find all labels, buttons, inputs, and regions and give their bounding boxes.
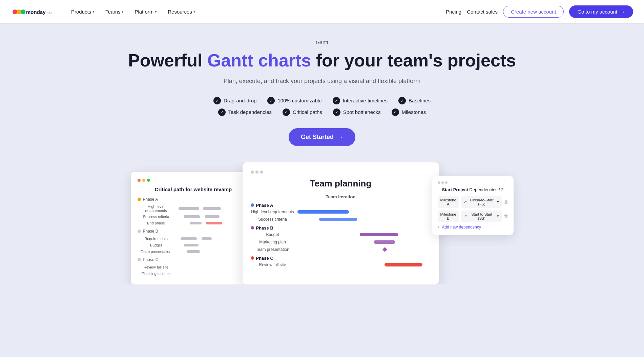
gantt-bar: [187, 250, 200, 253]
teams-chevron-icon: ▾: [122, 9, 124, 14]
nav-pricing[interactable]: Pricing: [446, 9, 461, 15]
phase-a-label: Phase A: [138, 197, 249, 202]
gantt-bar: [179, 207, 200, 210]
gantt-row: High-level requirements: [138, 204, 249, 213]
timeline-bar: [360, 233, 398, 236]
hero-subtitle: Plan, execute, and track your projects u…: [7, 78, 637, 85]
dep-milestone-a[interactable]: Milestone A: [438, 196, 459, 208]
feature-timelines-label: Interactive timelines: [343, 98, 388, 103]
deps-title-bold: Start Project: [442, 187, 468, 192]
dot-2: [255, 171, 258, 174]
nav-teams-label: Teams: [105, 9, 120, 15]
gantt-bar: [205, 215, 220, 218]
gantt-row: Team presentation: [138, 249, 249, 254]
card-top-dots: [438, 181, 508, 184]
dot-green: [147, 179, 150, 182]
nav-platform[interactable]: Platform ▾: [129, 0, 162, 23]
team-planning-card: Team planning Team iteration Phase A Hig…: [243, 162, 439, 284]
critical-path-card: Critical path for website revamp Phase A…: [131, 172, 256, 284]
feature-dependencies: ✓ Task dependencies: [218, 108, 272, 116]
dot-red: [138, 179, 141, 182]
diamond-milestone: [382, 247, 387, 252]
go-to-account-label: Go to my account: [577, 9, 617, 15]
hero-title-suffix: for your team's projects: [311, 51, 516, 70]
get-started-button[interactable]: Get Started →: [289, 128, 355, 146]
hero-section: Gantt Powerful Gantt charts for your tea…: [0, 23, 644, 284]
deps-title-rest: Dependencies / 2: [468, 187, 504, 192]
features-grid: ✓ Drag-and-drop ✓ 100% customizable ✓ In…: [187, 97, 458, 116]
phase-b-dot: [138, 230, 141, 233]
dot-1: [251, 171, 254, 174]
timeline-bar: [297, 210, 349, 214]
dep-type-a[interactable]: ↗ Finish-to-Start (FS) ▾: [461, 196, 502, 208]
timeline-row: Team presentation: [251, 247, 431, 252]
gantt-bar: [181, 237, 197, 240]
create-account-button[interactable]: Create new account: [503, 6, 564, 18]
feature-customizable-label: 100% customizable: [277, 98, 321, 103]
critical-path-title: Critical path for website revamp: [138, 186, 249, 192]
dep-delete-a[interactable]: 🗑: [504, 199, 508, 204]
feature-drag-drop-label: Drag-and-drop: [224, 98, 257, 103]
dot-yellow: [142, 179, 145, 182]
nav-resources-label: Resources: [168, 9, 192, 15]
check-icon-customizable: ✓: [267, 97, 275, 104]
timeline-row: Review full site: [251, 262, 431, 267]
timeline-bar: [374, 240, 395, 244]
check-icon-baselines: ✓: [398, 97, 406, 104]
dot-3: [260, 171, 263, 174]
dep-row-2: Milestone B ↗ Start to Start (SS) ▾ 🗑: [438, 211, 508, 222]
go-to-account-button[interactable]: Go to my account →: [569, 5, 633, 18]
top-dot-2: [441, 181, 444, 184]
products-chevron-icon: ▾: [92, 9, 95, 14]
card-dots-team: [251, 171, 431, 174]
logo[interactable]: monday .com: [11, 6, 55, 17]
nav-contact-sales[interactable]: Contact sales: [467, 9, 498, 15]
svg-text:monday: monday: [26, 9, 46, 15]
phase-a-dot: [138, 198, 141, 201]
dep-milestone-b[interactable]: Milestone B: [438, 211, 459, 222]
phase-c-dot: [138, 258, 141, 261]
add-dep-label: Add new dependency: [442, 225, 481, 230]
hero-label: Gantt: [7, 39, 637, 45]
nav-teams[interactable]: Teams ▾: [100, 0, 129, 23]
phase-c-label: Phase C: [138, 257, 249, 262]
top-dot-1: [438, 181, 440, 184]
check-icon-drag-drop: ✓: [213, 97, 221, 104]
timeline-bar: [385, 263, 423, 266]
feature-customizable: ✓ 100% customizable: [267, 97, 321, 104]
nav-products[interactable]: Products ▾: [66, 0, 100, 23]
get-started-label: Get Started: [301, 134, 334, 141]
timeline-row: Success criteria: [251, 217, 431, 222]
nav-right: Pricing Contact sales Create new account…: [446, 5, 633, 18]
gantt-row: Finishing touches: [138, 271, 249, 276]
add-dep-plus-icon: +: [438, 225, 440, 230]
nav-resources[interactable]: Resources ▾: [162, 0, 201, 23]
check-icon-bottlenecks: ✓: [333, 108, 340, 116]
dep-type-b[interactable]: ↗ Start to Start (SS) ▾: [461, 211, 502, 222]
gantt-row: Budget: [138, 243, 249, 247]
go-to-account-arrow-icon: →: [620, 9, 625, 15]
check-icon-dependencies: ✓: [218, 108, 226, 116]
team-phase-a-dot: [251, 203, 254, 207]
dep-type-label-a: Finish-to-Start (FS): [468, 198, 496, 206]
vertical-line: [353, 206, 353, 217]
hero-title-highlight: Gantt charts: [207, 51, 311, 70]
gantt-bar: [190, 222, 202, 224]
phase-b-label: Phase B: [138, 229, 249, 234]
svg-point-0: [13, 9, 17, 14]
hero-title-prefix: Powerful: [128, 51, 207, 70]
dep-row-1: Milestone A ↗ Finish-to-Start (FS) ▾ 🗑: [438, 196, 508, 208]
nav-links: Products ▾ Teams ▾ Platform ▾ Resources …: [66, 0, 446, 23]
check-icon-timelines: ✓: [333, 97, 340, 104]
dep-delete-b[interactable]: 🗑: [504, 214, 508, 219]
add-dependency-button[interactable]: + Add new dependency: [438, 225, 508, 230]
top-dot-3: [445, 181, 448, 184]
feature-baselines-label: Baselines: [409, 98, 431, 103]
team-phase-c: Phase C: [251, 256, 431, 261]
dependencies-card: Start Project Dependencies / 2 Milestone…: [432, 176, 514, 235]
svg-point-2: [21, 9, 25, 14]
check-icon-milestones: ✓: [392, 108, 399, 116]
svg-point-1: [17, 9, 21, 14]
dep-type-icon-b: ↗: [464, 214, 467, 218]
feature-baselines: ✓ Baselines: [398, 97, 431, 104]
